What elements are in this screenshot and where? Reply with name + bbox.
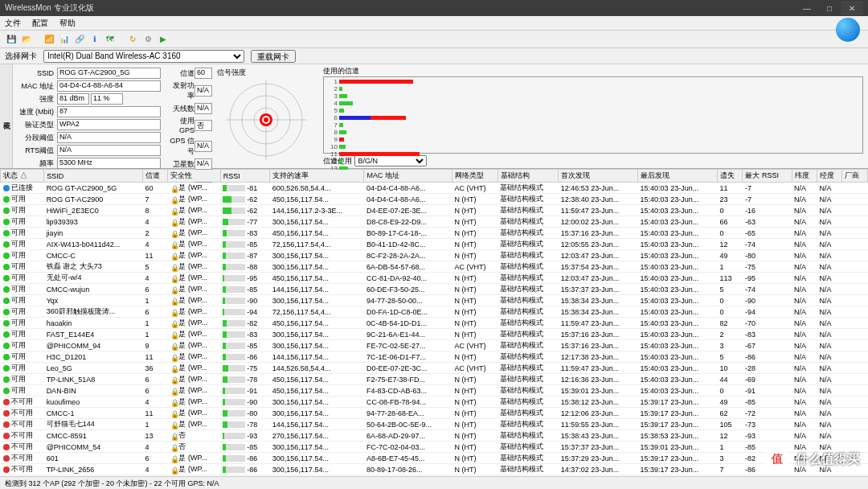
col-header[interactable]: RSSI	[220, 170, 270, 183]
table-row[interactable]: 不可用kuoufimeo4🔒 是 (WP...-90300,156,117.54…	[1, 397, 868, 408]
table-row[interactable]: 可用Yqx1🔒 是 (WP...-90300,156,117.54...94-7…	[1, 295, 868, 306]
lock-icon: 🔒	[170, 185, 177, 191]
frag-label: 分段阈值	[18, 133, 54, 143]
table-row[interactable]: 可用CMCC-C11🔒 是 (WP...-87300,156,117.54...…	[1, 250, 868, 261]
radar-label: 信号强度	[217, 68, 315, 78]
watermark-text: 什么值得买	[796, 451, 860, 468]
table-row[interactable]: 可用jiayin2🔒 是 (WP...-83450,156,117.54...B…	[1, 228, 868, 239]
globe-icon[interactable]	[836, 18, 860, 42]
lock-icon: 🔒	[170, 309, 177, 315]
lock-icon: 🔒	[170, 298, 177, 304]
table-row[interactable]: 不可用TP-LINK_26564🔒 是 (WP...-86300,156,117…	[1, 464, 868, 475]
table-row[interactable]: 不可用@PHICOMM_544🔒 否-85300,156,117.54...FC…	[1, 442, 868, 453]
lock-icon: 🔒	[170, 376, 177, 383]
table-row[interactable]: 可用DAN-BIN6🔒 是 (WP...-91450,156,117.54...…	[1, 385, 868, 397]
table-row[interactable]: 可用无处可-w/44🔒 是 (WP...-95450,156,117.54...…	[1, 273, 868, 284]
ant-label: 天线数	[167, 104, 194, 114]
rts-label: RTS阈值	[18, 146, 54, 156]
link-icon[interactable]: 🔗	[73, 33, 86, 46]
lock-icon: 🔒	[170, 320, 177, 327]
radar-panel: 信号强度	[214, 64, 318, 168]
col-header[interactable]: 遗失	[717, 170, 742, 183]
table-row[interactable]: 可用TP-LINK_51A86🔒 是 (WP...-78450,156,117.…	[1, 374, 868, 385]
col-header[interactable]: 纬度	[792, 170, 817, 183]
tab-edit[interactable]: 主编	[0, 64, 2, 168]
table-row[interactable]: 可用铁磊 谢之 大头735🔒 是 (WP...-88300,156,117.54…	[1, 261, 868, 273]
table-row[interactable]: 不可用可舒猫毛七1441🔒 是 (WP...-78144,156,117.54.…	[1, 419, 868, 430]
ap-grid[interactable]: 状态 △SSID信道安全性RSSI支持的速率MAC 地址网络类型基础结构首次发现…	[0, 169, 868, 483]
sat-label: 卫星数	[167, 159, 194, 170]
col-header[interactable]: 支持的速率	[270, 170, 364, 183]
table-row[interactable]: 可用FAST_E144E41🔒 是 (WP...-83300,156,117.5…	[1, 329, 868, 340]
table-row[interactable]: 可用HiWiFi_2E3EC08🔒 是 (WP...-62144,156,117…	[1, 205, 868, 216]
table-row[interactable]: 可用AIX-W413-b0411d42...4🔒 是 (WP...-8572,1…	[1, 239, 868, 250]
col-header[interactable]: MAC 地址	[364, 170, 452, 183]
table-row[interactable]: 不可用CMCC-111🔒 是 (WP...-80300,156,117.54..…	[1, 408, 868, 419]
adapter-label: 选择网卡	[5, 51, 37, 62]
map-icon[interactable]: 🗺	[104, 33, 117, 46]
col-header[interactable]: 厂商	[842, 170, 868, 183]
chart-icon[interactable]: 📊	[58, 33, 71, 46]
lock-icon: 🔒	[170, 455, 177, 462]
ant-value: N/A	[194, 103, 212, 114]
lock-icon: 🔒	[170, 264, 177, 270]
gear-icon[interactable]: ⚙	[141, 33, 154, 46]
lock-icon: 🔒	[170, 354, 177, 360]
adapter-select[interactable]: Intel(R) Dual Band Wireless-AC 3160	[43, 50, 244, 63]
col-header[interactable]: 安全性	[168, 170, 220, 183]
menu-config[interactable]: 配置	[32, 18, 48, 29]
minimize-button[interactable]: —	[796, 1, 818, 15]
save-icon[interactable]: 💾	[5, 33, 18, 46]
table-row[interactable]: 不可用CMCC-859113🔒 否-93270,156,117.54...6A-…	[1, 430, 868, 442]
col-header[interactable]: 经度	[817, 170, 841, 183]
ch-value: 60	[194, 68, 212, 79]
menu-help[interactable]: 帮助	[59, 18, 76, 29]
close-button[interactable]: ✕	[841, 1, 863, 15]
antenna-icon[interactable]: 📶	[43, 33, 55, 46]
toolbar: 💾 📂 📶 📊 🔗 ℹ 🗺 ↻ ⚙ ▶	[0, 31, 868, 48]
refresh-icon[interactable]: ↻	[126, 33, 139, 46]
status-bar: 检测到 312 个AP (292 个加密 - 20 个未加密) - 22 个可用…	[0, 476, 868, 489]
str-label: 强度	[18, 94, 54, 105]
spd-value: 87	[57, 106, 161, 117]
window-titlebar: WirelessMon 专业汉化版 — □ ✕	[0, 0, 868, 16]
table-row[interactable]: 可用ROG GT-AC29007🔒 是 (WP...-62450,156,117…	[1, 194, 868, 205]
lock-icon: 🔒	[170, 410, 177, 417]
table-row[interactable]: 可用lip9393934🔒 是 (WP...-77300,156,117.54.…	[1, 216, 868, 228]
watermark-icon: 值	[764, 446, 791, 473]
table-row[interactable]: 不可用6016🔒 是 (WP...-86300,156,117.54...A8-…	[1, 453, 868, 464]
menu-file[interactable]: 文件	[5, 18, 21, 29]
table-row[interactable]: 可用Leo_5G36🔒 是 (WP...-75144,526.58,54.4..…	[1, 363, 868, 374]
col-header[interactable]: 状态 △	[1, 170, 44, 183]
menubar: 文件 配置 帮助	[0, 16, 868, 31]
maximize-button[interactable]: □	[818, 1, 841, 15]
col-header[interactable]: 信道	[142, 170, 167, 183]
sidetabs[interactable]: 概要 主编 连接 IP地址 地图	[0, 64, 13, 168]
reload-button[interactable]: 重载网卡	[251, 50, 296, 63]
table-row[interactable]: 已连接ROG GT-AC2900_5G60🔒 是 (WP...-81600,52…	[1, 183, 868, 194]
table-row[interactable]: 可用CMCC-wujun6🔒 是 (WP...-85144,156,117.54…	[1, 284, 868, 295]
col-header[interactable]: 最大 RSSI	[743, 170, 792, 183]
gps-value: 否	[194, 120, 212, 131]
radar-icon	[222, 80, 310, 160]
play-icon[interactable]: ▶	[157, 33, 170, 46]
table-row[interactable]: 可用@PHICOMM_949🔒 是 (WP...-85300,156,117.5…	[1, 340, 868, 351]
lock-icon: 🔒	[170, 219, 177, 225]
mac-value: 04-D4-C4-88-A6-84	[57, 80, 161, 92]
lock-icon: 🔒	[170, 286, 177, 293]
lock-icon: 🔒	[170, 399, 177, 405]
col-header[interactable]: 基础结构	[497, 170, 559, 183]
col-header[interactable]: 首次发现	[559, 170, 638, 183]
tab-summary[interactable]: 概要	[2, 64, 12, 168]
frag-value: N/A	[57, 132, 161, 143]
col-header[interactable]: 最后发现	[638, 170, 718, 183]
table-row[interactable]: 可用H3C_D120111🔒 是 (WP...-86144,156,117.54…	[1, 351, 868, 363]
open-icon[interactable]: 📂	[20, 33, 33, 46]
lock-icon: 🔒	[170, 230, 177, 236]
table-row[interactable]: 可用360辟邪触摸板隆涛...6🔒 是 (WP...-9472,156,117.…	[1, 306, 868, 318]
table-row[interactable]: 可用haoakin1🔒 是 (WP...-82450,156,117.54...…	[1, 318, 868, 329]
gps-label: 使用 GPS	[167, 116, 194, 134]
col-header[interactable]: SSID	[44, 170, 143, 183]
info-icon[interactable]: ℹ	[88, 33, 101, 46]
col-header[interactable]: 网络类型	[452, 170, 498, 183]
